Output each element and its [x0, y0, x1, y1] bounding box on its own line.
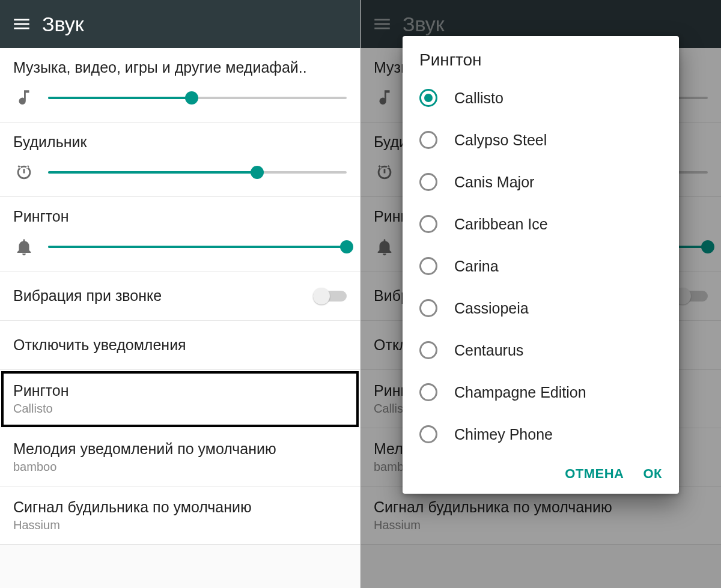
hamburger-icon [11, 14, 32, 34]
radio-icon [419, 341, 437, 359]
menu-button[interactable] [5, 7, 38, 41]
ringtone-option-label: Caribbean Ice [454, 216, 548, 233]
notification-sound-row[interactable]: Мелодия уведомлений по умолчанию bamboo [0, 428, 360, 486]
sound-settings-screen: Звук Музыка, видео, игры и другие медиаф… [0, 0, 360, 588]
ringtone-option-label: Carina [454, 258, 499, 275]
vibrate-label: Вибрация при звонке [13, 287, 162, 305]
alarm-sound-row-value: Hassium [13, 518, 347, 532]
radio-icon [419, 299, 437, 317]
alarm-volume-slider[interactable] [48, 162, 347, 183]
ringtone-row[interactable]: Рингтон Callisto [0, 370, 360, 428]
dnd-row[interactable]: Отключить уведомления [0, 321, 360, 370]
vibrate-switch[interactable] [313, 288, 347, 305]
ringtone-dialog: Рингтон CallistoCalypso SteelCanis Major… [403, 36, 679, 494]
ringtone-option-label: Calypso Steel [454, 132, 547, 149]
radio-icon [419, 383, 437, 401]
media-volume-slider[interactable] [48, 87, 347, 109]
media-volume-label: Музыка, видео, игры и другие медиафай.. [13, 59, 347, 76]
ringtone-option[interactable]: Calypso Steel [403, 119, 679, 161]
alarm-sound-row[interactable]: Сигнал будильника по умолчанию Hassium [0, 486, 360, 545]
ringtone-row-label: Рингтон [13, 382, 347, 399]
alarm-volume-section: Будильник [0, 123, 360, 197]
ring-volume-section: Рингтон [0, 197, 360, 271]
ok-button[interactable]: ОК [643, 466, 662, 482]
ring-volume-label: Рингтон [13, 208, 347, 225]
radio-icon [419, 131, 437, 149]
ringtone-option[interactable]: Champagne Edition [403, 371, 679, 413]
hamburger-icon [372, 14, 392, 34]
alarm-clock-icon [13, 162, 35, 183]
notification-row-value: bamboo [13, 460, 347, 474]
notification-row-label: Мелодия уведомлений по умолчанию [13, 440, 347, 458]
ringtone-option[interactable]: Carina [403, 245, 679, 287]
alarm-sound-row-label: Сигнал будильника по умолчанию [13, 499, 347, 516]
media-volume-section: Музыка, видео, игры и другие медиафай.. [0, 48, 360, 123]
ringtone-row-value: Callisto [13, 402, 347, 416]
music-note-icon [13, 87, 35, 109]
ringtone-option-label: Chimey Phone [454, 426, 553, 443]
radio-icon [419, 173, 437, 191]
vibrate-on-call-row[interactable]: Вибрация при звонке [0, 271, 360, 321]
ring-volume-slider[interactable] [48, 236, 347, 258]
cancel-button[interactable]: ОТМЕНА [565, 466, 624, 482]
bell-icon [13, 236, 35, 258]
radio-icon [419, 257, 437, 275]
ringtone-option[interactable]: Callisto [403, 77, 679, 119]
ringtone-option[interactable]: Caribbean Ice [403, 203, 679, 245]
ringtone-option-label: Champagne Edition [454, 384, 586, 401]
ringtone-option-label: Cassiopeia [454, 300, 529, 317]
ringtone-option-label: Callisto [454, 89, 503, 107]
page-title: Звук [42, 13, 84, 36]
ringtone-option-list: CallistoCalypso SteelCanis MajorCaribbea… [403, 77, 679, 455]
ringtone-option[interactable]: Cassiopeia [403, 287, 679, 329]
ringtone-option[interactable]: Chimey Phone [403, 413, 679, 455]
ringtone-option-label: Centaurus [454, 342, 523, 359]
sound-settings-screen-with-dialog: Звук Музыка, видео, игры и другие медиаф… [360, 0, 721, 588]
radio-icon [419, 215, 437, 233]
alarm-volume-label: Будильник [13, 133, 347, 151]
menu-button [365, 7, 399, 41]
ringtone-option[interactable]: Centaurus [403, 329, 679, 371]
appbar: Звук [0, 0, 360, 48]
radio-icon [419, 425, 437, 443]
ringtone-option[interactable]: Canis Major [403, 161, 679, 203]
page-title: Звук [403, 13, 445, 36]
radio-icon [419, 89, 437, 107]
ringtone-option-label: Canis Major [454, 174, 534, 191]
dialog-title: Рингтон [403, 50, 679, 77]
